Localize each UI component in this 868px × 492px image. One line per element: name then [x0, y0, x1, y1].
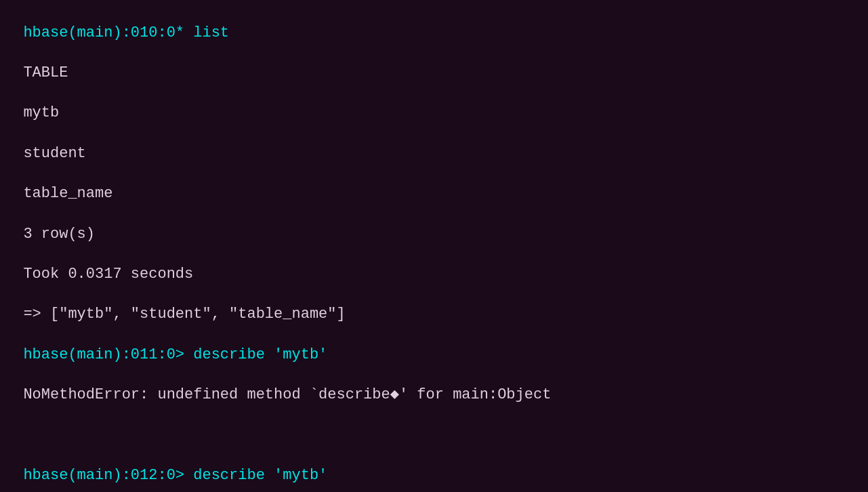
line-1: hbase(main):010:0* list — [23, 24, 229, 41]
line-7: Took 0.0317 seconds — [23, 266, 193, 283]
line-6: 3 row(s) — [23, 226, 95, 243]
terminal-output: hbase(main):010:0* list TABLE mytb stude… — [0, 0, 868, 492]
line-5: table_name — [23, 185, 112, 202]
line-4: student — [23, 145, 85, 162]
line-9: hbase(main):011:0> describe 'mytb' — [23, 346, 327, 363]
line-10: NoMethodError: undefined method `describ… — [23, 386, 551, 403]
line-3: mytb — [23, 104, 59, 121]
line-2: TABLE — [23, 64, 68, 81]
line-8: => ["mytb", "student", "table_name"] — [23, 306, 345, 323]
line-12: hbase(main):012:0> describe 'mytb' — [23, 467, 327, 484]
